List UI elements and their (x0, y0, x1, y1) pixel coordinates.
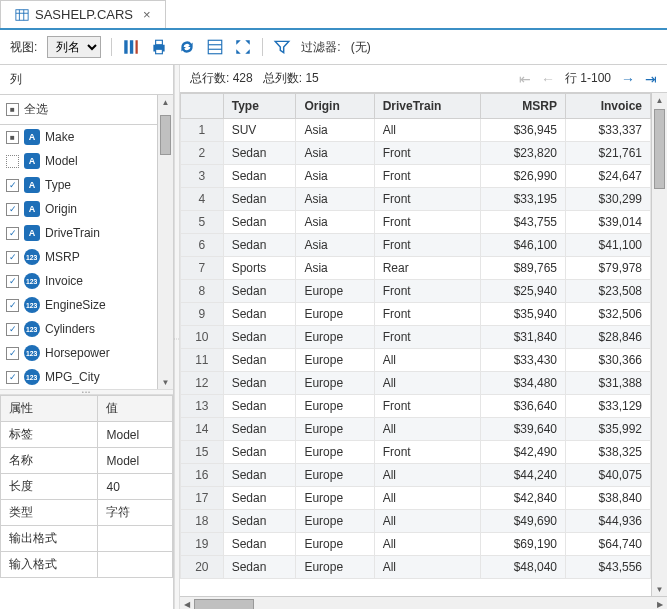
table-row[interactable]: 3SedanAsiaFront$26,990$24,647 (181, 165, 651, 188)
scroll-down-icon[interactable]: ▼ (652, 582, 667, 596)
cell: Europe (296, 418, 374, 441)
table-row[interactable]: 14SedanEuropeAll$39,640$35,992 (181, 418, 651, 441)
scroll-up-icon[interactable]: ▲ (158, 95, 173, 109)
cell: All (374, 510, 480, 533)
column-item[interactable]: MPG_City (0, 365, 157, 389)
scroll-down-icon[interactable]: ▼ (158, 375, 173, 389)
column-name: Invoice (45, 274, 83, 288)
table-row[interactable]: 19SedanEuropeAll$69,190$64,740 (181, 533, 651, 556)
cell: $42,490 (481, 441, 566, 464)
column-item[interactable]: Horsepower (0, 341, 157, 365)
expand-icon[interactable] (234, 38, 252, 56)
table-row[interactable]: 20SedanEuropeAll$48,040$43,556 (181, 556, 651, 579)
row-number: 8 (181, 280, 224, 303)
row-number: 12 (181, 372, 224, 395)
table-row[interactable]: 2SedanAsiaFront$23,820$21,761 (181, 142, 651, 165)
props-header-attr[interactable]: 属性 (1, 396, 98, 422)
column-scrollbar[interactable]: ▲ ▼ (157, 95, 173, 389)
column-checkbox[interactable] (6, 203, 19, 216)
table-row[interactable]: 6SedanAsiaFront$46,100$41,100 (181, 234, 651, 257)
column-item[interactable]: Make (0, 125, 157, 149)
print-icon[interactable] (150, 38, 168, 56)
close-icon[interactable]: × (143, 7, 151, 22)
scroll-thumb[interactable] (654, 109, 665, 189)
column-checkbox[interactable] (6, 131, 19, 144)
column-checkbox[interactable] (6, 251, 19, 264)
table-row[interactable]: 12SedanEuropeAll$34,480$31,388 (181, 372, 651, 395)
table-row[interactable]: 17SedanEuropeAll$42,840$38,840 (181, 487, 651, 510)
nav-last-icon[interactable]: ⇥ (645, 71, 657, 87)
cell: All (374, 418, 480, 441)
row-range: 行 1-100 (565, 70, 611, 87)
table-row[interactable]: 15SedanEuropeFront$42,490$38,325 (181, 441, 651, 464)
cell: $38,840 (566, 487, 651, 510)
nav-first-icon[interactable]: ⇤ (519, 71, 531, 87)
table-row[interactable]: 4SedanAsiaFront$33,195$30,299 (181, 188, 651, 211)
column-item[interactable]: Origin (0, 197, 157, 221)
scroll-thumb[interactable] (160, 115, 171, 155)
property-row[interactable]: 类型字符 (1, 500, 173, 526)
column-item[interactable]: Cylinders (0, 317, 157, 341)
property-row[interactable]: 标签Model (1, 422, 173, 448)
column-checkbox[interactable] (6, 179, 19, 192)
table-row[interactable]: 16SedanEuropeAll$44,240$40,075 (181, 464, 651, 487)
refresh-icon[interactable] (178, 38, 196, 56)
table-row[interactable]: 5SedanAsiaFront$43,755$39,014 (181, 211, 651, 234)
props-header-val[interactable]: 值 (98, 396, 173, 422)
list-icon[interactable] (206, 38, 224, 56)
table-row[interactable]: 7SportsAsiaRear$89,765$79,978 (181, 257, 651, 280)
columns-icon[interactable] (122, 38, 140, 56)
nav-next-icon[interactable]: → (621, 71, 635, 87)
column-checkbox[interactable] (6, 347, 19, 360)
table-row[interactable]: 13SedanEuropeFront$36,640$33,129 (181, 395, 651, 418)
property-row[interactable]: 名称Model (1, 448, 173, 474)
scroll-thumb[interactable] (194, 599, 254, 609)
table-row[interactable]: 9SedanEuropeFront$35,940$32,506 (181, 303, 651, 326)
table-row[interactable]: 8SedanEuropeFront$25,940$23,508 (181, 280, 651, 303)
cell: $24,647 (566, 165, 651, 188)
rownum-header[interactable] (181, 94, 224, 119)
column-header[interactable]: Invoice (566, 94, 651, 119)
column-item[interactable]: Type (0, 173, 157, 197)
column-checkbox[interactable] (6, 323, 19, 336)
table-row[interactable]: 1SUVAsiaAll$36,945$33,337 (181, 119, 651, 142)
column-checkbox[interactable] (6, 155, 19, 168)
table-row[interactable]: 18SedanEuropeAll$49,690$44,936 (181, 510, 651, 533)
property-row[interactable]: 输出格式 (1, 526, 173, 552)
table-row[interactable]: 11SedanEuropeAll$33,430$30,366 (181, 349, 651, 372)
grid-scrollbar-v[interactable]: ▲ ▼ (651, 93, 667, 596)
column-header[interactable]: Origin (296, 94, 374, 119)
column-header[interactable]: MSRP (481, 94, 566, 119)
column-header[interactable]: Type (223, 94, 296, 119)
column-item[interactable]: Invoice (0, 269, 157, 293)
property-row[interactable]: 输入格式 (1, 552, 173, 578)
grid-scrollbar-h[interactable]: ◀ ▶ (180, 596, 667, 609)
column-name: Model (45, 154, 78, 168)
column-header[interactable]: DriveTrain (374, 94, 480, 119)
scroll-right-icon[interactable]: ▶ (653, 597, 667, 609)
column-item[interactable]: Model (0, 149, 157, 173)
column-checkbox[interactable] (6, 227, 19, 240)
filter-icon[interactable] (273, 38, 291, 56)
cell: Asia (296, 211, 374, 234)
select-all-checkbox[interactable] (6, 103, 19, 116)
property-row[interactable]: 长度40 (1, 474, 173, 500)
view-select[interactable]: 列名 (47, 36, 101, 58)
column-item[interactable]: EngineSize (0, 293, 157, 317)
column-item[interactable]: DriveTrain (0, 221, 157, 245)
tab-sashelp-cars[interactable]: SASHELP.CARS × (0, 0, 166, 28)
total-cols-value: 15 (305, 71, 318, 85)
table-row[interactable]: 10SedanEuropeFront$31,840$28,846 (181, 326, 651, 349)
column-item[interactable]: MSRP (0, 245, 157, 269)
scroll-left-icon[interactable]: ◀ (180, 597, 194, 609)
column-checkbox[interactable] (6, 275, 19, 288)
column-checkbox[interactable] (6, 371, 19, 384)
cell: SUV (223, 119, 296, 142)
row-number: 17 (181, 487, 224, 510)
scroll-up-icon[interactable]: ▲ (652, 93, 667, 107)
column-checkbox[interactable] (6, 299, 19, 312)
select-all-row[interactable]: 全选 (0, 95, 157, 125)
nav-prev-icon[interactable]: ← (541, 71, 555, 87)
property-value (98, 552, 173, 578)
character-icon (24, 201, 40, 217)
